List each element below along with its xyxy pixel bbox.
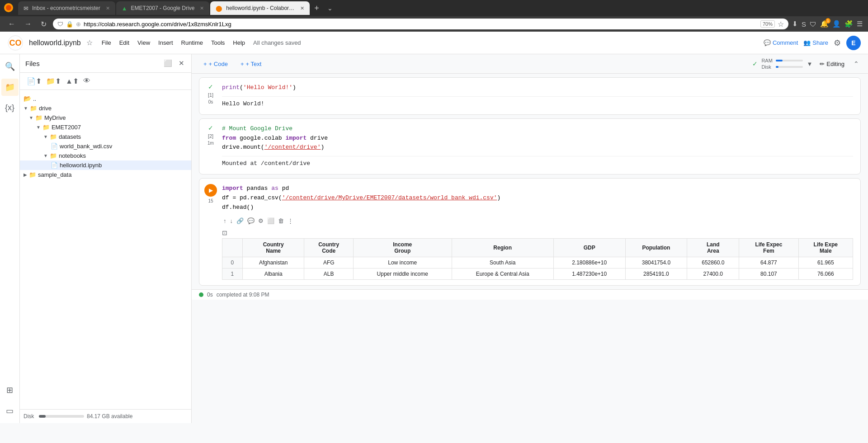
tab-close-drive[interactable]: ✕ bbox=[200, 5, 204, 11]
td-income-0: Low income bbox=[353, 257, 452, 268]
gmail-icon: ✉ bbox=[24, 5, 28, 12]
checkmark-icon: ✓ bbox=[752, 60, 758, 67]
sidebar-files: Files ⬜ ✕ 📄⬆ 📁⬆ ▲⬆ 👁 📂 .. ▼ 📁 dr bbox=[20, 54, 192, 423]
cell-status-2: ✓ bbox=[208, 124, 213, 132]
td-pop-1: 2854191.0 bbox=[625, 268, 687, 279]
tracking-icon: ⊕ bbox=[76, 21, 81, 28]
tab-colab[interactable]: ⬤ helloworld.ipynb - Colaborato ✕ bbox=[210, 1, 310, 15]
add-code-label: + Code bbox=[209, 61, 228, 67]
data-table: CountryName CountryCode IncomeGroup Regi… bbox=[222, 238, 853, 280]
tab-drive[interactable]: ▲ EMET2007 - Google Drive ✕ bbox=[116, 1, 210, 15]
new-tab-button[interactable]: + bbox=[311, 4, 323, 13]
terminal-icon2[interactable]: ▭ bbox=[2, 402, 17, 419]
comment-button[interactable]: 💬 Comment bbox=[764, 39, 798, 46]
run-button-3[interactable]: ▶ bbox=[204, 184, 217, 197]
move-up-icon[interactable]: ↑ bbox=[222, 216, 228, 226]
colab-logo: CO bbox=[7, 35, 24, 51]
variables-icon[interactable]: {x} bbox=[1, 99, 18, 116]
folder-mydrive-icon: 📁 bbox=[35, 114, 42, 121]
tab-gmail[interactable]: ✉ Inbox - econometricsmeister ✕ bbox=[18, 1, 115, 15]
add-code-button[interactable]: + + Code bbox=[199, 59, 232, 69]
cell-num-2: [2] bbox=[208, 133, 213, 139]
extensions-icon[interactable]: 🧩 bbox=[844, 20, 853, 28]
more-cell-icon[interactable]: ⋮ bbox=[286, 216, 295, 226]
tab-label: EMET2007 - Google Drive bbox=[131, 5, 195, 11]
tree-item-emet2007[interactable]: ▼ 📁 EMET2007 bbox=[20, 123, 191, 132]
pocket-icon[interactable]: ⬇ bbox=[792, 20, 798, 28]
tree-item-wdi-csv[interactable]: 📄 world_bank_wdi.csv bbox=[20, 141, 191, 151]
cell-content-1[interactable]: print('Hello World!') Hello World! bbox=[199, 78, 860, 114]
back-button[interactable]: ← bbox=[5, 19, 18, 29]
settings-button[interactable]: ⚙ bbox=[834, 38, 841, 48]
tree-item-helloworld[interactable]: 📄 helloworld.ipynb bbox=[20, 160, 191, 170]
tab-close-colab[interactable]: ✕ bbox=[300, 5, 304, 11]
collapse-button[interactable]: ⌃ bbox=[852, 58, 861, 69]
chevron-right-icon: ▶ bbox=[24, 172, 27, 177]
close-sidebar-icon[interactable]: ✕ bbox=[177, 58, 186, 69]
reload-button[interactable]: ↻ bbox=[38, 19, 49, 29]
comment-icon: 💬 bbox=[764, 39, 771, 46]
tree-item-mydrive[interactable]: ▼ 📁 MyDrive bbox=[20, 113, 191, 123]
refresh-icon[interactable]: 👁 bbox=[82, 75, 92, 87]
chevron-down-icon: ▼ bbox=[24, 106, 28, 111]
comment-cell-icon[interactable]: 💬 bbox=[246, 216, 256, 226]
delete-cell-icon[interactable]: 🗑 bbox=[277, 216, 285, 226]
menu-runtime[interactable]: Runtime bbox=[178, 38, 207, 48]
menu-file[interactable]: File bbox=[98, 38, 115, 48]
notification-icon[interactable]: 🔔1 bbox=[820, 20, 829, 28]
tree-item-drive[interactable]: ▼ 📁 drive bbox=[20, 104, 191, 113]
saved-status: All changes saved bbox=[253, 39, 301, 46]
reader-icon[interactable]: S bbox=[802, 20, 806, 28]
code-line-3-3: df.head() bbox=[222, 203, 853, 212]
add-text-button[interactable]: + + Text bbox=[236, 59, 266, 69]
editor-toolbar: + + Code + + Text ✓ RAM Disk bbox=[192, 54, 868, 74]
menu-insert[interactable]: Insert bbox=[155, 38, 177, 48]
editing-button[interactable]: ✏ Editing bbox=[816, 59, 848, 69]
tree-item-sampledata[interactable]: ▶ 📁 sample_data bbox=[20, 170, 191, 179]
ram-bar-fill bbox=[776, 60, 783, 61]
bookmark-icon[interactable]: ☆ bbox=[778, 20, 784, 28]
profile-icon[interactable]: 👤 bbox=[832, 20, 841, 28]
forward-button[interactable]: → bbox=[22, 19, 34, 29]
tab-close-gmail[interactable]: ✕ bbox=[106, 5, 110, 11]
maximize-icon[interactable]: ⬜ bbox=[162, 58, 174, 69]
menu-help[interactable]: Help bbox=[229, 38, 249, 48]
cell-content-3[interactable]: import pandas as pd df = pd.read_csv('/c… bbox=[199, 179, 860, 285]
zoom-badge[interactable]: 70% bbox=[760, 20, 775, 28]
link-icon[interactable]: 🔗 bbox=[235, 216, 245, 226]
ram-disk-indicator: RAM Disk bbox=[761, 58, 803, 70]
settings-cell-icon[interactable]: ⚙ bbox=[257, 216, 265, 226]
tree-item-parent[interactable]: 📂 .. bbox=[20, 94, 191, 104]
table-export-icon[interactable]: ⊡ bbox=[222, 229, 227, 236]
tab-overflow[interactable]: ⌄ bbox=[324, 5, 336, 12]
menu-tools[interactable]: Tools bbox=[208, 38, 228, 48]
terminal-icon[interactable]: ⊞ bbox=[3, 382, 17, 399]
upload-folder-icon[interactable]: 📁⬆ bbox=[45, 75, 62, 87]
connect-drive-icon[interactable]: ▲⬆ bbox=[64, 75, 80, 87]
move-down-icon[interactable]: ↓ bbox=[229, 216, 235, 226]
folder-up-icon: 📂 bbox=[24, 95, 31, 102]
cell-output-2: Mounted at /content/drive bbox=[222, 156, 853, 169]
search-icon[interactable]: 🔍 bbox=[1, 58, 19, 75]
td-gdp-0: 2.180886e+10 bbox=[553, 257, 625, 268]
cell-content-2[interactable]: # Mount Google Drive from google.colab i… bbox=[199, 119, 860, 174]
menu-icon[interactable]: ☰ bbox=[857, 20, 863, 28]
menu-edit[interactable]: Edit bbox=[116, 38, 133, 48]
files-icon[interactable]: 📁 bbox=[1, 79, 19, 96]
upload-file-icon[interactable]: 📄⬆ bbox=[25, 75, 43, 87]
tree-item-datasets[interactable]: ▼ 📁 datasets bbox=[20, 132, 191, 141]
expand-cell-icon[interactable]: ⬜ bbox=[266, 216, 276, 226]
colab-menu: File Edit View Insert Runtime Tools Help… bbox=[98, 38, 758, 48]
share-button[interactable]: 👥 Share bbox=[803, 39, 828, 46]
cell-status-1: ✓ bbox=[208, 83, 213, 90]
editor-area: + + Code + + Text ✓ RAM Disk bbox=[192, 54, 868, 423]
user-avatar[interactable]: E bbox=[846, 36, 861, 50]
menu-view[interactable]: View bbox=[134, 38, 154, 48]
shield-icon2[interactable]: 🛡 bbox=[810, 20, 816, 28]
chevron-down-toolbar[interactable]: ▼ bbox=[807, 61, 812, 67]
td-lfem-0: 64.877 bbox=[739, 257, 798, 268]
tree-item-notebooks[interactable]: ▼ 📁 notebooks bbox=[20, 151, 191, 160]
address-input[interactable] bbox=[84, 21, 758, 28]
star-icon[interactable]: ☆ bbox=[86, 38, 93, 47]
file-ipynb-icon: 📄 bbox=[51, 162, 58, 169]
